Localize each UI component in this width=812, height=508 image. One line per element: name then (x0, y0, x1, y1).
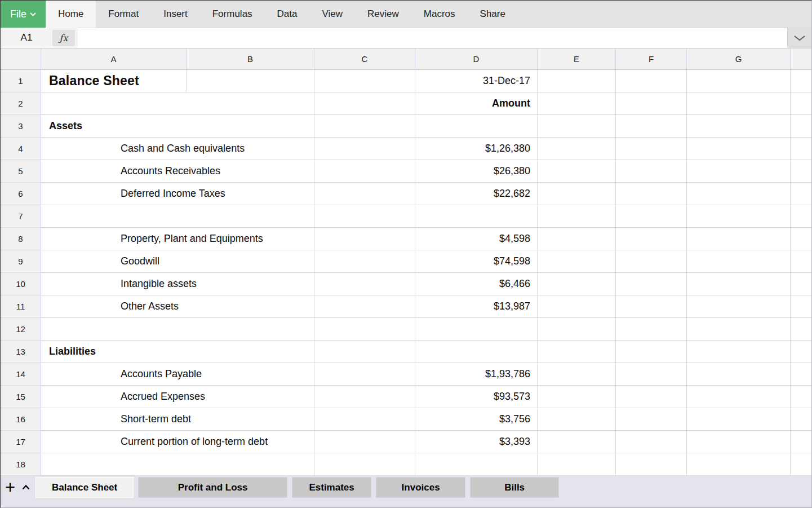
row-header-1[interactable]: 1 (1, 70, 41, 92)
cell-C7[interactable] (314, 205, 415, 228)
cell-C14[interactable] (314, 363, 415, 386)
cell-H9[interactable] (791, 250, 812, 273)
row-header-3[interactable]: 3 (1, 115, 41, 138)
cell-A8[interactable]: Property, Plant and Equipments (41, 228, 314, 250)
cell-C12[interactable] (314, 318, 415, 341)
cell-H4[interactable] (791, 138, 812, 160)
cell-A10[interactable]: Intangible assets (41, 273, 314, 295)
cell-G3[interactable] (687, 115, 791, 138)
cell-A13[interactable]: Liabilities (41, 341, 314, 363)
cell-H7[interactable] (791, 205, 812, 228)
cell-E12[interactable] (538, 318, 616, 341)
row-header-14[interactable]: 14 (1, 363, 41, 386)
column-header-B[interactable]: B (187, 48, 314, 70)
cell-D18[interactable] (415, 453, 538, 476)
cell-E8[interactable] (538, 228, 616, 250)
cell-D17[interactable]: $3,393 (415, 431, 538, 453)
cell-F3[interactable] (616, 115, 687, 138)
cell-D9[interactable]: $74,598 (415, 250, 538, 273)
column-header-F[interactable]: F (616, 48, 687, 70)
cell-G8[interactable] (687, 228, 791, 250)
cell-G16[interactable] (687, 408, 791, 431)
cell-F12[interactable] (616, 318, 687, 341)
cell-F16[interactable] (616, 408, 687, 431)
cell-E13[interactable] (538, 341, 616, 363)
cell-F9[interactable] (616, 250, 687, 273)
sheet-tab-estimates[interactable]: Estimates (292, 477, 371, 498)
fx-button[interactable]: ƒx (52, 30, 75, 46)
cell-G7[interactable] (687, 205, 791, 228)
cell-F15[interactable] (616, 386, 687, 408)
cell-C4[interactable] (314, 138, 415, 160)
cell-E16[interactable] (538, 408, 616, 431)
menu-item-data[interactable]: Data (265, 1, 310, 28)
row-header-5[interactable]: 5 (1, 160, 41, 183)
cell-H8[interactable] (791, 228, 812, 250)
row-header-16[interactable]: 16 (1, 408, 41, 431)
cell-G9[interactable] (687, 250, 791, 273)
cell-C5[interactable] (314, 160, 415, 183)
cell-H17[interactable] (791, 431, 812, 453)
cell-D3[interactable] (415, 115, 538, 138)
cell-C3[interactable] (314, 115, 415, 138)
add-sheet-button[interactable]: + (5, 479, 15, 496)
row-header-9[interactable]: 9 (1, 250, 41, 273)
cell-F2[interactable] (616, 92, 687, 115)
sheet-list-button[interactable] (22, 485, 30, 490)
cell-C16[interactable] (314, 408, 415, 431)
cell-F1[interactable] (616, 70, 687, 92)
cell-D6[interactable]: $22,682 (415, 183, 538, 205)
cell-G15[interactable] (687, 386, 791, 408)
cell-D5[interactable]: $26,380 (415, 160, 538, 183)
cell-B1[interactable] (187, 70, 314, 92)
menu-item-macros[interactable]: Macros (411, 1, 468, 28)
menu-item-view[interactable]: View (310, 1, 356, 28)
cell-H16[interactable] (791, 408, 812, 431)
cell-G11[interactable] (687, 295, 791, 318)
cell-A11[interactable]: Other Assets (41, 295, 314, 318)
column-header-partial[interactable] (791, 48, 812, 70)
cell-C2[interactable] (314, 92, 415, 115)
cell-D12[interactable] (415, 318, 538, 341)
cell-D8[interactable]: $4,598 (415, 228, 538, 250)
cell-E4[interactable] (538, 138, 616, 160)
cell-G5[interactable] (687, 160, 791, 183)
cell-F10[interactable] (616, 273, 687, 295)
cell-F8[interactable] (616, 228, 687, 250)
cell-E5[interactable] (538, 160, 616, 183)
cell-H2[interactable] (791, 92, 812, 115)
cell-H12[interactable] (791, 318, 812, 341)
column-header-D[interactable]: D (415, 48, 538, 70)
cell-E3[interactable] (538, 115, 616, 138)
cell-reference-box[interactable]: A1 (1, 32, 52, 43)
row-header-6[interactable]: 6 (1, 183, 41, 205)
row-header-2[interactable]: 2 (1, 92, 41, 115)
cell-D10[interactable]: $6,466 (415, 273, 538, 295)
cell-F6[interactable] (616, 183, 687, 205)
cell-H3[interactable] (791, 115, 812, 138)
cell-C10[interactable] (314, 273, 415, 295)
cell-C11[interactable] (314, 295, 415, 318)
cell-D4[interactable]: $1,26,380 (415, 138, 538, 160)
row-header-10[interactable]: 10 (1, 273, 41, 295)
cell-A5[interactable]: Accounts Receivables (41, 160, 314, 183)
cell-F4[interactable] (616, 138, 687, 160)
row-header-7[interactable]: 7 (1, 205, 41, 228)
cell-F13[interactable] (616, 341, 687, 363)
menu-item-insert[interactable]: Insert (151, 1, 200, 28)
cell-A17[interactable]: Current portion of long-term debt (41, 431, 314, 453)
cell-H10[interactable] (791, 273, 812, 295)
formula-bar-expand-button[interactable] (787, 28, 811, 48)
cell-G1[interactable] (687, 70, 791, 92)
cell-G12[interactable] (687, 318, 791, 341)
cell-C9[interactable] (314, 250, 415, 273)
cell-D15[interactable]: $93,573 (415, 386, 538, 408)
column-header-C[interactable]: C (314, 48, 415, 70)
cell-D2[interactable]: Amount (415, 92, 538, 115)
cell-G13[interactable] (687, 341, 791, 363)
cell-E1[interactable] (538, 70, 616, 92)
cell-A15[interactable]: Accrued Expenses (41, 386, 314, 408)
menu-item-home[interactable]: Home (46, 1, 96, 28)
cell-C15[interactable] (314, 386, 415, 408)
cell-A7[interactable] (41, 205, 314, 228)
